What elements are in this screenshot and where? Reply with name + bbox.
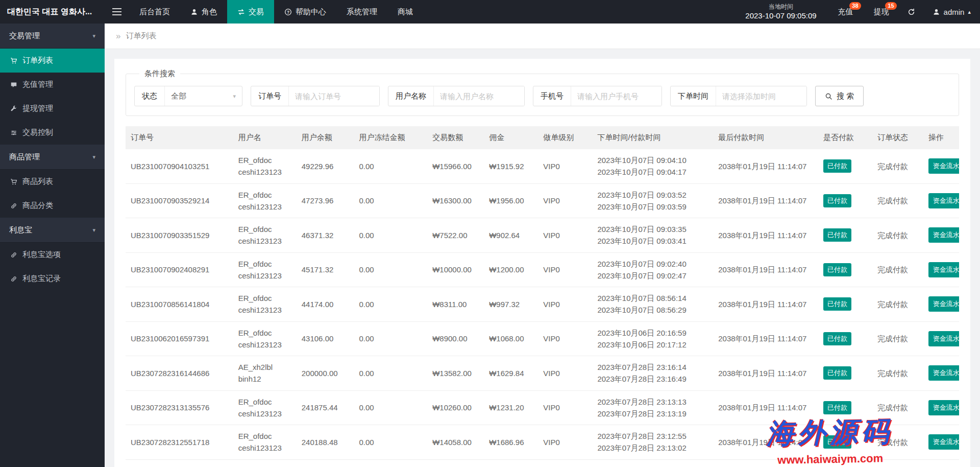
sidebar-item[interactable]: 商品列表 <box>0 170 105 194</box>
cell-pay-status: 已付款 <box>818 149 872 183</box>
table-body: UB2310070904103251ER_ofdocceshi123123492… <box>126 149 959 467</box>
username-filter: 用户名称 <box>388 86 525 106</box>
cell-username: ER_ofdocceshi123123 <box>233 183 297 218</box>
cell-amount: ₩22735.00 <box>427 459 484 467</box>
orders-card: 条件搜索 状态 全部 ▾ 订单号 用户名称 <box>114 59 970 467</box>
cell-order-status: 完成付款 <box>872 149 923 183</box>
cell-username: ER_ofdocceshi123123 <box>233 287 297 322</box>
sidebar-item[interactable]: 利息宝记录 <box>0 267 105 291</box>
fund-flow-button[interactable]: 资金流水 <box>928 193 959 208</box>
cell-amount: ₩10000.00 <box>427 252 484 287</box>
nav-item-role[interactable]: 角色 <box>180 0 227 24</box>
filter-row: 状态 全部 ▾ 订单号 用户名称 手机号 <box>134 86 950 106</box>
sidebar-group-0[interactable]: 交易管理▾ <box>0 24 105 49</box>
fund-flow-button[interactable]: 资金流水 <box>928 331 959 346</box>
cell-order-no: UB2307282313135576 <box>126 390 233 425</box>
sidebar-item[interactable]: 商品分类 <box>0 194 105 218</box>
sidebar-item[interactable]: 利息宝选项 <box>0 243 105 267</box>
fund-flow-button[interactable]: 资金流水 <box>928 262 959 277</box>
order-time-input[interactable] <box>716 86 806 106</box>
paid-badge: 已付款 <box>823 228 851 242</box>
admin-menu[interactable]: admin ▴ <box>923 0 980 24</box>
hamburger-icon[interactable] <box>105 0 129 24</box>
cell-frozen: 0.00 <box>354 287 427 322</box>
cell-last-pay-time: 2038年01月19日 11:14:07 <box>713 356 818 391</box>
search-icon <box>825 92 832 100</box>
user-icon <box>933 8 940 16</box>
cell-last-pay-time: 2038年01月19日 11:14:07 <box>713 183 818 218</box>
cell-amount: ₩14058.00 <box>427 425 484 460</box>
cell-action: 资金流水 <box>923 149 959 183</box>
cell-vip-level: VIP0 <box>538 183 592 218</box>
search-button[interactable]: 搜 索 <box>815 86 864 106</box>
cell-order-no: UB2310070903529214 <box>126 183 233 218</box>
status-filter: 状态 全部 ▾ <box>134 86 242 106</box>
refresh-button[interactable] <box>899 0 923 24</box>
cell-order-time: 2023年07月28日 23:12:552023年07月28日 23:13:02 <box>592 425 713 460</box>
sidebar-item[interactable]: 提现管理 <box>0 97 105 121</box>
cell-vip-level: VIP0 <box>538 149 592 183</box>
cell-commission: ₩1686.96 <box>484 425 538 460</box>
quick-recharge[interactable]: 充值38 <box>828 0 864 24</box>
cell-vip-level: VIP0 <box>538 252 592 287</box>
cell-vip-level: VIP0 <box>538 390 592 425</box>
status-select[interactable]: 全部 ▾ <box>164 86 242 106</box>
phone-input[interactable] <box>571 86 662 106</box>
sidebar-group-1[interactable]: 商品管理▾ <box>0 145 105 170</box>
fund-flow-button[interactable]: 资金流水 <box>928 227 959 243</box>
comment-icon <box>10 81 17 88</box>
cell-order-time: 2023年10月07日 08:56:142023年10月07日 08:56:29 <box>592 287 713 322</box>
search-panel-title: 条件搜索 <box>139 69 180 79</box>
cell-amount: ₩8900.00 <box>427 321 484 356</box>
nav-item-home[interactable]: 后台首页 <box>129 0 180 24</box>
cell-balance: 240188.48 <box>297 425 354 460</box>
column-header: 是否付款 <box>818 126 872 149</box>
username-input[interactable] <box>433 86 524 106</box>
column-header: 订单状态 <box>872 126 923 149</box>
cell-pay-status: 已付款 <box>818 390 872 425</box>
order-no-input[interactable] <box>288 86 379 106</box>
sidebar-item-label: 订单列表 <box>22 56 53 65</box>
chevron-down-icon: ▾ <box>92 154 95 160</box>
user-icon <box>190 8 198 16</box>
fund-flow-button[interactable]: 资金流水 <box>928 365 959 381</box>
cell-order-no: UB2310070902408291 <box>126 252 233 287</box>
cell-amount: ₩10260.00 <box>427 390 484 425</box>
cell-balance: 200000.00 <box>297 356 354 391</box>
quick-withdraw[interactable]: 提现15 <box>864 0 899 24</box>
sidebar-group-2[interactable]: 利息宝▾ <box>0 218 105 243</box>
cell-commission: ₩2728.20 <box>484 459 538 467</box>
nav-item-help[interactable]: ?帮助中心 <box>274 0 336 24</box>
table-row: UB2307282312551718ER_ofdocceshi123123240… <box>126 425 959 460</box>
cell-balance: 49229.96 <box>297 149 354 183</box>
nav-item-trade[interactable]: 交易 <box>227 0 274 24</box>
cell-order-no: UB2310062016597391 <box>126 321 233 356</box>
sidebar-item[interactable]: 交易控制 <box>0 121 105 145</box>
cell-order-no: UB2310070856141804 <box>126 287 233 322</box>
fund-flow-button[interactable]: 资金流水 <box>928 400 959 415</box>
phone-filter: 手机号 <box>533 86 662 106</box>
fund-flow-button[interactable]: 资金流水 <box>928 158 959 174</box>
navbar-right: 当地时间 2023-10-07 09:05:09 充值38提现15 admin … <box>734 0 980 24</box>
nav-item-mall[interactable]: 商城 <box>387 0 423 24</box>
cell-commission: ₩1231.20 <box>484 390 538 425</box>
column-header: 下单时间/付款时间 <box>592 126 713 149</box>
cart-icon <box>10 57 17 64</box>
table-row: UB2310070904103251ER_ofdocceshi123123492… <box>126 149 959 183</box>
fund-flow-button[interactable]: 资金流水 <box>928 434 959 450</box>
sidebar-item[interactable]: 订单列表 <box>0 49 105 73</box>
cell-frozen: 0.00 <box>354 149 427 183</box>
status-selected-value: 全部 <box>171 91 186 101</box>
cell-username: AE_xh2lblbinh12 <box>233 356 297 391</box>
sidebar-item-label: 交易控制 <box>22 128 53 137</box>
cell-last-pay-time: 2038年01月19日 11:14:07 <box>713 425 818 460</box>
cell-amount: ₩7522.00 <box>427 218 484 253</box>
fund-flow-button[interactable]: 资金流水 <box>928 296 959 312</box>
paid-badge: 已付款 <box>823 263 851 276</box>
nav-item-system[interactable]: 系统管理 <box>336 0 387 24</box>
local-time-label: 当地时间 <box>769 3 793 11</box>
link-icon <box>10 275 17 283</box>
cell-amount: ₩16300.00 <box>427 183 484 218</box>
sidebar-item[interactable]: 充值管理 <box>0 73 105 97</box>
cell-order-no: UB2310070904103251 <box>126 149 233 183</box>
